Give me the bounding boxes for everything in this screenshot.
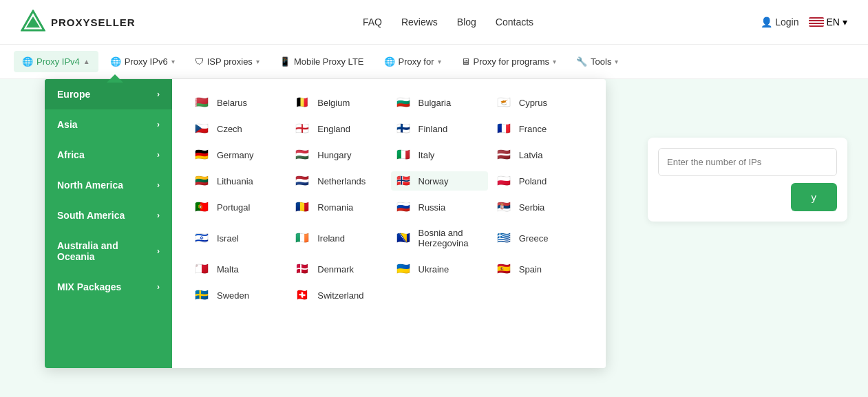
country-name: Poland — [519, 176, 547, 186]
country-flag-icon: 🇫🇮 — [396, 123, 413, 134]
country-item[interactable]: 🇨🇭Switzerland — [290, 286, 387, 305]
country-flag-icon: 🇩🇰 — [295, 264, 312, 275]
country-name: Italy — [419, 150, 435, 160]
login-button[interactable]: 👤 Login — [761, 17, 798, 28]
sidebar-item-north-america[interactable]: North America › — [45, 170, 172, 200]
sidebar-item-south-america[interactable]: South America › — [45, 200, 172, 230]
country-item[interactable]: 🏴󠁧󠁢󠁥󠁮󠁧󠁿England — [290, 119, 387, 138]
dropdown-menu: Europe › Asia › Africa › North America ›… — [45, 79, 606, 368]
country-item[interactable]: 🇩🇪Germany — [189, 145, 286, 164]
country-item[interactable]: 🇱🇻Latvia — [491, 145, 589, 164]
logo[interactable]: PROXYSELLER — [21, 10, 136, 34]
country-flag-icon: 🇭🇺 — [295, 149, 312, 160]
nav-blog[interactable]: Blog — [457, 17, 476, 28]
country-item[interactable]: 🇸🇪Sweden — [189, 286, 286, 305]
country-item[interactable]: 🇳🇴Norway — [391, 171, 488, 191]
dropdown-arrow — [107, 74, 123, 83]
country-flag-icon: 🇵🇱 — [497, 175, 514, 186]
sidebar-asia-label: Asia — [57, 119, 78, 130]
nav-tools[interactable]: 🔧 Tools ▾ — [568, 51, 626, 72]
nav-reviews[interactable]: Reviews — [401, 17, 438, 28]
sidebar-item-africa[interactable]: Africa › — [45, 140, 172, 170]
chevron-down-icon-3: ▾ — [256, 58, 260, 65]
country-item[interactable]: 🇳🇱Netherlands — [290, 171, 387, 191]
nav-mobile-proxy[interactable]: 📱 Mobile Proxy LTE — [271, 51, 372, 72]
country-item[interactable]: 🇩🇰Denmark — [290, 259, 387, 279]
country-item[interactable]: 🇭🇺Hungary — [290, 145, 387, 164]
country-item[interactable]: 🇫🇮Finland — [391, 119, 488, 138]
nav-proxy-ipv6[interactable]: 🌐 Proxy IPv6 ▾ — [102, 51, 183, 72]
shield-icon: 🛡 — [195, 56, 204, 67]
country-item[interactable]: 🇬🇷Greece — [491, 224, 589, 253]
country-item[interactable]: 🇮🇹Italy — [391, 145, 488, 164]
country-name: Latvia — [519, 150, 543, 160]
header-right: 👤 Login EN ▾ — [761, 17, 847, 28]
country-item[interactable]: 🇱🇹Lithuania — [189, 171, 286, 191]
country-flag-icon: 🇺🇦 — [396, 264, 413, 275]
user-icon: 👤 — [761, 17, 772, 28]
sidebar-item-europe[interactable]: Europe › — [45, 79, 172, 109]
country-item[interactable]: 🇵🇹Portugal — [189, 197, 286, 217]
country-item[interactable]: 🇷🇴Romania — [290, 197, 387, 217]
order-box: y — [648, 138, 847, 222]
lang-label: EN — [827, 17, 840, 28]
sidebar-item-asia[interactable]: Asia › — [45, 109, 172, 140]
login-label: Login — [775, 17, 798, 28]
nav-bar: 🌐 Proxy IPv4 ▲ 🌐 Proxy IPv6 ▾ 🛡 ISP prox… — [0, 45, 868, 79]
country-flag-icon: 🇧🇪 — [295, 97, 312, 108]
countries-panel: 🇧🇾Belarus🇧🇪Belgium🇧🇬Bulgaria🇨🇾Cyprus🇨🇿Cz… — [172, 79, 606, 368]
arrow-right-icon-2: › — [157, 120, 160, 129]
country-flag-icon: 🏴󠁧󠁢󠁥󠁮󠁧󠁿 — [295, 123, 312, 134]
nav-mobile-label: Mobile Proxy LTE — [294, 56, 364, 67]
sidebar-item-australia-oceania[interactable]: Australia and Oceania › — [45, 230, 172, 272]
country-item[interactable]: 🇮🇱Israel — [189, 224, 286, 253]
countries-grid: 🇧🇾Belarus🇧🇪Belgium🇧🇬Bulgaria🇨🇾Cyprus🇨🇿Cz… — [189, 93, 589, 305]
buy-button[interactable]: y — [791, 183, 838, 211]
country-item[interactable]: 🇧🇬Bulgaria — [391, 93, 488, 112]
nav-contacts[interactable]: Contacts — [496, 17, 533, 28]
globe-icon-3: 🌐 — [384, 56, 395, 67]
monitor-icon: 🖥 — [461, 56, 470, 67]
country-item[interactable]: 🇲🇹Malta — [189, 259, 286, 279]
country-item[interactable]: 🇧🇪Belgium — [290, 93, 387, 112]
nav-isp-proxies[interactable]: 🛡 ISP proxies ▾ — [187, 51, 268, 72]
language-selector[interactable]: EN ▾ — [809, 17, 847, 28]
country-name: Switzerland — [317, 290, 363, 301]
arrow-right-icon-4: › — [157, 180, 160, 190]
country-name: Sweden — [217, 290, 249, 301]
tools-icon: 🔧 — [576, 56, 587, 67]
country-item[interactable]: 🇵🇱Poland — [491, 171, 589, 191]
country-item[interactable]: 🇨🇿Czech — [189, 119, 286, 138]
country-item[interactable]: 🇧🇾Belarus — [189, 93, 286, 112]
nav-tools-label: Tools — [591, 56, 611, 67]
country-item[interactable]: 🇷🇸Serbia — [491, 197, 589, 217]
country-flag-icon: 🇸🇪 — [195, 290, 211, 301]
nav-proxy-ipv4[interactable]: 🌐 Proxy IPv4 ▲ — [14, 51, 98, 72]
country-item[interactable]: 🇧🇦Bosnia and Herzegovina — [391, 224, 488, 253]
country-name: Ukraine — [419, 264, 449, 275]
nav-faq[interactable]: FAQ — [363, 17, 382, 28]
country-item[interactable]: 🇮🇪Ireland — [290, 224, 387, 253]
country-name: Finland — [419, 124, 448, 134]
sidebar-item-mix-packages[interactable]: MIX Packages › — [45, 272, 172, 302]
country-name: England — [317, 124, 350, 134]
country-flag-icon: 🇨🇿 — [195, 123, 211, 134]
country-flag-icon: 🇨🇾 — [497, 97, 514, 108]
nav-proxy-programs[interactable]: 🖥 Proxy for programs ▾ — [453, 51, 565, 72]
arrow-right-icon-6: › — [157, 246, 160, 256]
country-item[interactable]: 🇷🇺Russia — [391, 197, 488, 217]
country-name: Bulgaria — [419, 98, 452, 108]
nav-isp-label: ISP proxies — [207, 56, 253, 67]
country-name: Cyprus — [519, 98, 547, 108]
globe-icon: 🌐 — [22, 56, 33, 67]
nav-proxy-for[interactable]: 🌐 Proxy for ▾ — [376, 51, 449, 72]
country-item[interactable]: 🇪🇸Spain — [491, 259, 589, 279]
sidebar-mix-label: MIX Packages — [57, 281, 121, 292]
sidebar-africa-label: Africa — [57, 149, 85, 160]
country-item[interactable]: 🇺🇦Ukraine — [391, 259, 488, 279]
country-item[interactable]: 🇨🇾Cyprus — [491, 93, 589, 112]
country-name: Russia — [419, 202, 446, 213]
country-flag-icon: 🇲🇹 — [195, 264, 211, 275]
ip-count-input[interactable] — [659, 149, 836, 175]
country-item[interactable]: 🇫🇷France — [491, 119, 589, 138]
